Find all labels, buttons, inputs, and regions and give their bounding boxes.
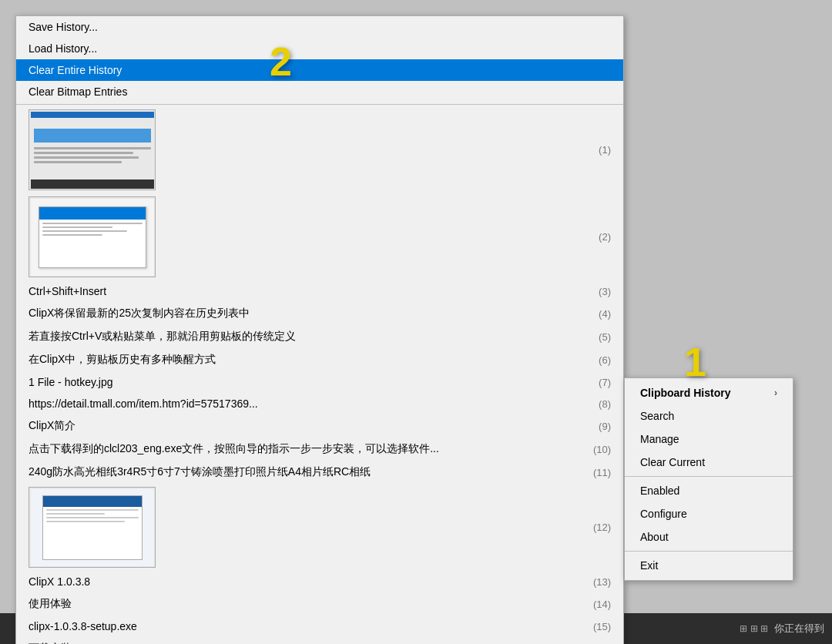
clip-item-8[interactable]: https://detail.tmall.com/item.htm?id=575… <box>16 393 623 414</box>
clip-item-16[interactable]: 下载安装 (16) <box>16 637 623 644</box>
about-item[interactable]: About <box>625 525 793 548</box>
main-clipboard-menu: Save History... Load History... Clear En… <box>15 15 624 644</box>
enabled-label: Enabled <box>640 485 679 497</box>
clip-number-10: (10) <box>593 444 611 455</box>
clip-label-9: ClipX简介 <box>29 419 75 433</box>
configure-item[interactable]: Configure <box>625 502 793 525</box>
manage-item[interactable]: Manage <box>625 428 793 451</box>
search-label: Search <box>640 410 674 422</box>
clip-number-14: (14) <box>593 599 611 610</box>
clip-item-14[interactable]: 使用体验 (14) <box>16 592 623 615</box>
clip-label-11: 240g防水高光相纸3r4R5寸6寸7寸铸涂喷墨打印照片纸A4相片纸RC相纸 <box>29 465 371 479</box>
clip-number-4: (4) <box>599 308 611 320</box>
clip-number-2: (2) <box>599 231 611 243</box>
thumbnail-12 <box>29 487 156 568</box>
clip-item-3[interactable]: Ctrl+Shift+Insert (3) <box>16 280 623 302</box>
exit-item[interactable]: Exit <box>625 554 793 577</box>
clip-item-9[interactable]: ClipX简介 (9) <box>16 414 623 438</box>
clip-label-5: 若直接按Ctrl+V或粘贴菜单，那就沿用剪贴板的传统定义 <box>29 330 296 344</box>
clip-item-10[interactable]: 点击下载得到的clcl203_eng.exe文件，按照向导的指示一步一步安装，可… <box>16 438 623 461</box>
clip-item-11[interactable]: 240g防水高光相纸3r4R5寸6寸7寸铸涂喷墨打印照片纸A4相片纸RC相纸 (… <box>16 461 623 484</box>
clip-item-7[interactable]: 1 File - hotkey.jpg (7) <box>16 371 623 393</box>
clip-number-11: (11) <box>593 467 611 478</box>
taskbar-icons: ⊞ ⊞ ⊞ <box>740 623 768 634</box>
clip-number-12: (12) <box>593 522 611 533</box>
clip-number-13: (13) <box>593 576 611 588</box>
menu-divider-1 <box>16 104 623 105</box>
exit-label: Exit <box>640 559 658 572</box>
clip-item-4[interactable]: ClipX将保留最新的25次复制内容在历史列表中 (4) <box>16 302 623 325</box>
search-item[interactable]: Search <box>625 404 793 428</box>
clip-item-5[interactable]: 若直接按Ctrl+V或粘贴菜单，那就沿用剪贴板的传统定义 (5) <box>16 325 623 348</box>
clipboard-history-label: Clipboard History <box>640 387 730 399</box>
clip-label-4: ClipX将保留最新的25次复制内容在历史列表中 <box>29 307 250 320</box>
clip-number-1: (1) <box>599 144 611 156</box>
clip-number-5: (5) <box>599 331 611 343</box>
configure-label: Configure <box>640 508 687 520</box>
save-history-item[interactable]: Save History... <box>16 16 623 38</box>
clip-label-10: 点击下载得到的clcl203_eng.exe文件，按照向导的指示一步一步安装，可… <box>29 442 439 456</box>
step-badge-2: 2 <box>270 39 292 85</box>
context-menu: Clipboard History › Search Manage Clear … <box>624 377 793 581</box>
submenu-arrow: › <box>774 387 777 398</box>
clip-number-3: (3) <box>599 286 611 297</box>
clip-item-12[interactable]: (12) <box>16 484 623 571</box>
clip-number-9: (9) <box>599 421 611 432</box>
clip-label-7: 1 File - hotkey.jpg <box>29 376 112 388</box>
clipboard-history-item[interactable]: Clipboard History › <box>625 381 793 404</box>
clip-number-7: (7) <box>599 377 611 388</box>
clip-item-6[interactable]: 在ClipX中，剪贴板历史有多种唤醒方式 (6) <box>16 348 623 371</box>
clear-entire-history-item[interactable]: Clear Entire History <box>16 59 623 81</box>
clip-item-1[interactable]: (1) <box>16 106 623 193</box>
clip-item-15[interactable]: clipx-1.0.3.8-setup.exe (15) <box>16 615 623 637</box>
clear-bitmap-label: Clear Bitmap Entries <box>29 86 127 98</box>
clip-number-15: (15) <box>593 621 611 632</box>
clip-label-13: ClipX 1.0.3.8 <box>29 575 90 588</box>
clip-label-8: https://detail.tmall.com/item.htm?id=575… <box>29 397 258 410</box>
load-history-label: Load History... <box>29 42 97 55</box>
enabled-item[interactable]: Enabled <box>625 479 793 502</box>
clip-item-13[interactable]: ClipX 1.0.3.8 (13) <box>16 571 623 592</box>
clip-number-6: (6) <box>599 354 611 366</box>
context-divider-1 <box>625 476 793 477</box>
clip-label-3: Ctrl+Shift+Insert <box>29 285 106 297</box>
load-history-item[interactable]: Load History... <box>16 38 623 59</box>
save-history-label: Save History... <box>29 21 98 33</box>
manage-label: Manage <box>640 433 679 445</box>
clip-number-8: (8) <box>599 398 611 410</box>
step-badge-1: 1 <box>684 339 706 385</box>
clip-label-6: 在ClipX中，剪贴板历史有多种唤醒方式 <box>29 353 216 367</box>
taskbar-text: 你正在得到 <box>774 622 824 636</box>
clip-item-2[interactable]: (2) <box>16 193 623 280</box>
clear-current-item[interactable]: Clear Current <box>625 451 793 474</box>
about-label: About <box>640 531 669 543</box>
context-divider-2 <box>625 551 793 552</box>
clear-bitmap-item[interactable]: Clear Bitmap Entries <box>16 81 623 102</box>
clear-current-label: Clear Current <box>640 456 705 468</box>
thumbnail-2 <box>29 196 156 277</box>
thumbnail-1 <box>29 109 156 190</box>
clip-label-15: clipx-1.0.3.8-setup.exe <box>29 620 137 632</box>
clear-entire-history-label: Clear Entire History <box>29 64 122 76</box>
clip-label-14: 使用体验 <box>29 597 72 611</box>
